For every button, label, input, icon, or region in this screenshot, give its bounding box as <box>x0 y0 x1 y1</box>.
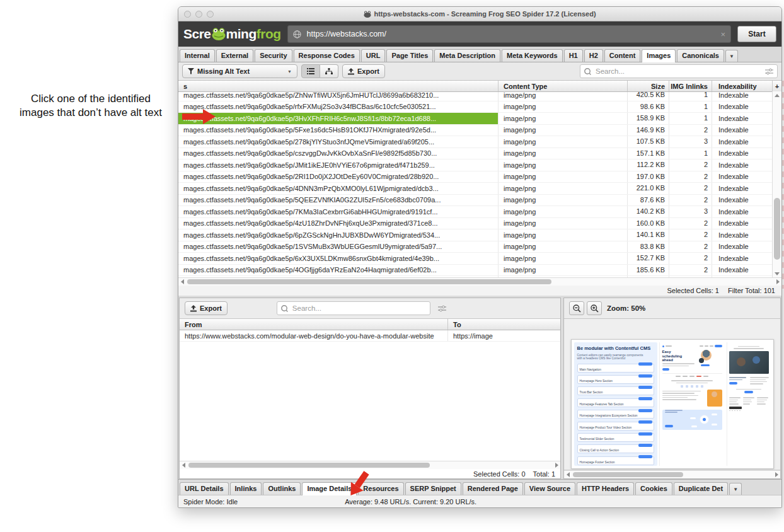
table-row[interactable]: mages.ctfassets.net/9qa6g0dkae5p/cszvggD… <box>178 148 773 160</box>
main-tab[interactable]: Images <box>642 49 676 62</box>
export-button[interactable]: Export <box>185 301 228 315</box>
url-bar[interactable]: × <box>287 25 731 43</box>
scroll-up-icon[interactable] <box>773 91 781 99</box>
thumbnail-section-row: Homepage Product Tour Video Section <box>577 422 654 431</box>
table-row[interactable]: mages.ctfassets.net/9qa6g0dkae5p/5Fxe1s6… <box>178 125 773 137</box>
main-tab[interactable]: Content <box>604 49 641 62</box>
scrollbar-thumb[interactable] <box>774 198 780 260</box>
bottom-tab[interactable]: Inlinks <box>230 482 262 495</box>
image-details-panel: Export From To https://www.webstacks.com… <box>179 298 561 479</box>
column-img-inlinks[interactable]: IMG Inlinks <box>669 81 712 91</box>
main-tabs-overflow-button[interactable]: ▼ <box>725 50 738 62</box>
clear-url-icon[interactable]: × <box>720 30 725 39</box>
scrollbar-thumb[interactable] <box>187 279 551 284</box>
video-thumbnail <box>729 351 769 374</box>
table-row[interactable]: mages.ctfassets.net/9qa6g0dkae5p/278kjYl… <box>178 136 773 148</box>
thumbnail-section-row: Homepage Integrations Ecosystem Section <box>577 410 654 419</box>
cell-content-type: image/png <box>499 125 628 136</box>
scroll-right-icon[interactable] <box>774 279 781 284</box>
main-tab[interactable]: URL <box>361 49 386 62</box>
export-button[interactable]: Export <box>342 64 385 78</box>
table-row[interactable]: mages.ctfassets.net/9qa6g0dkae5p/6pZGSck… <box>178 229 773 241</box>
scroll-right-icon[interactable] <box>553 463 560 468</box>
bottom-tab[interactable]: Outlinks <box>263 482 301 495</box>
scroll-left-icon[interactable] <box>564 472 572 477</box>
table-vertical-scrollbar[interactable] <box>772 91 781 277</box>
table-row[interactable]: mages.ctfassets.net/9qa6g0dkae5p/3HvXFhF… <box>178 113 773 125</box>
main-tab[interactable]: H1 <box>564 49 583 62</box>
tree-view-button[interactable] <box>320 64 338 78</box>
cell-size: 140.1 KB <box>628 229 669 241</box>
column-address[interactable]: s <box>178 81 499 91</box>
main-tab[interactable]: Meta Keywords <box>502 49 563 62</box>
bottom-tab[interactable]: SERP Snippet <box>405 482 461 495</box>
table-row[interactable]: mages.ctfassets.net/9qa6g0dkae5p/JMit1ik… <box>178 159 773 171</box>
list-view-button[interactable] <box>301 64 320 78</box>
section-label: Homepage Integrations Ecosystem Section <box>580 414 638 417</box>
preview-horizontal-scrollbar[interactable] <box>564 470 780 478</box>
url-input[interactable] <box>306 29 717 39</box>
table-row[interactable]: mages.ctfassets.net/9qa6g0dkae5p/4OGfjjg… <box>178 265 773 277</box>
main-tab[interactable]: H2 <box>584 49 603 62</box>
table-horizontal-scrollbar[interactable] <box>178 277 781 286</box>
column-content-type[interactable]: Content Type <box>499 81 628 91</box>
details-search-input[interactable] <box>291 304 426 313</box>
scrollbar-thumb[interactable] <box>188 463 430 468</box>
main-tab[interactable]: Page Titles <box>386 49 433 62</box>
search-input[interactable] <box>594 67 762 76</box>
cell-address: mages.ctfassets.net/9qa6g0dkae5p/1SVSMuB… <box>178 241 499 253</box>
bottom-tab[interactable]: Duplicate Det <box>674 482 728 495</box>
table-row[interactable]: mages.ctfassets.net/9qa6g0dkae5p/6xX3UX5… <box>178 253 773 265</box>
main-tab[interactable]: Security <box>255 49 292 62</box>
column-from[interactable]: From <box>180 319 448 330</box>
cell-img-inlinks: 1 <box>669 148 712 159</box>
sliders-icon[interactable] <box>765 68 773 75</box>
details-search-box[interactable] <box>277 301 430 315</box>
table-row[interactable]: mages.ctfassets.net/9qa6g0dkae5p/rfxFXMu… <box>178 101 773 113</box>
column-to[interactable]: To <box>448 319 560 330</box>
details-horizontal-scrollbar[interactable] <box>180 461 560 469</box>
cell-indexability: Indexable <box>712 183 773 194</box>
search-box[interactable] <box>580 64 778 78</box>
bottom-tab[interactable]: View Source <box>524 482 575 495</box>
main-tab[interactable]: Response Codes <box>294 49 360 62</box>
filter-dropdown[interactable]: Missing Alt Text ▼ <box>182 64 297 78</box>
blue-pill <box>638 409 652 412</box>
scroll-left-icon[interactable] <box>180 463 187 468</box>
table-row[interactable]: mages.ctfassets.net/9qa6g0dkae5p/4DNN3mP… <box>178 183 773 195</box>
scroll-down-icon[interactable] <box>773 270 781 277</box>
bottom-tab[interactable]: Rendered Page <box>463 482 523 495</box>
table-row[interactable]: mages.ctfassets.net/9qa6g0dkae5p/2RI1Do0… <box>178 171 773 183</box>
scroll-left-icon[interactable] <box>178 279 186 284</box>
main-tab[interactable]: Canonicals <box>677 49 724 62</box>
zoom-out-button[interactable] <box>569 301 584 315</box>
fromto-row[interactable]: https://www.webstacks.com/modular-web-de… <box>180 330 560 342</box>
zoom-in-button[interactable] <box>587 301 602 315</box>
main-tab[interactable]: External <box>216 49 253 62</box>
column-indexability[interactable]: Indexability <box>712 81 773 91</box>
add-column-button[interactable]: + <box>773 81 781 91</box>
rendered-image-thumbnail[interactable]: Be modular with Contentful CMS Content e… <box>571 339 774 469</box>
table-row[interactable]: mages.ctfassets.net/9qa6g0dkae5p/4zU18Zh… <box>178 218 773 230</box>
cell-address: mages.ctfassets.net/9qa6g0dkae5p/4zU18Zh… <box>178 218 499 229</box>
bottom-tab[interactable]: URL Details <box>180 482 229 495</box>
bottom-tab[interactable]: Cookies <box>635 482 672 495</box>
start-button[interactable]: Start <box>737 26 776 42</box>
bottom-tabs-overflow-button[interactable]: ▼ <box>729 483 742 495</box>
cell-size: 98.6 KB <box>628 101 669 113</box>
cell-size: 107.5 KB <box>628 136 669 147</box>
bottom-tab[interactable]: HTTP Headers <box>577 482 634 495</box>
scrollbar-thumb[interactable] <box>573 472 683 477</box>
column-size[interactable]: Size <box>628 81 669 91</box>
table-row[interactable]: mages.ctfassets.net/9qa6g0dkae5p/ZhNwTfi… <box>178 92 773 101</box>
sliders-icon[interactable] <box>438 305 446 312</box>
table-row[interactable]: mages.ctfassets.net/9qa6g0dkae5p/1SVSMuB… <box>178 241 773 253</box>
main-tab[interactable]: Internal <box>180 49 215 62</box>
table-row[interactable]: mages.ctfassets.net/9qa6g0dkae5p/5QEEZVN… <box>178 195 773 207</box>
cell-indexability: Indexable <box>712 125 773 136</box>
scroll-right-icon[interactable] <box>773 472 780 477</box>
cell-content-type: image/png <box>499 218 628 229</box>
main-tab[interactable]: Meta Description <box>434 49 500 62</box>
cell-content-type: image/png <box>499 136 628 147</box>
table-row[interactable]: mages.ctfassets.net/9qa6g0dkae5p/7KMa3Ia… <box>178 206 773 218</box>
